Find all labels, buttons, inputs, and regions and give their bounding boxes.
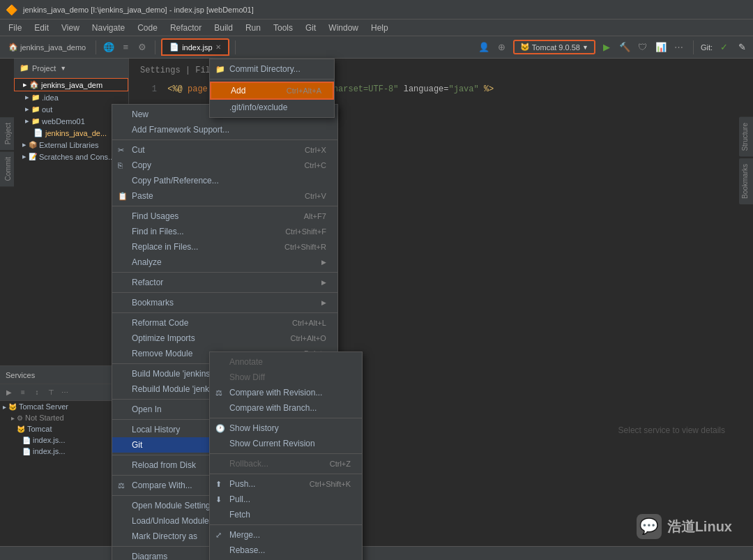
svc-play-btn[interactable]: ▶ bbox=[3, 386, 15, 399]
git-sub-show-diff: Show Diff bbox=[210, 370, 362, 385]
project-vtab[interactable]: Project bbox=[0, 117, 14, 150]
menu-tools[interactable]: Tools bbox=[268, 22, 298, 34]
svc-align-btn[interactable]: ≡ bbox=[17, 386, 29, 399]
build-icon[interactable]: 🔨 bbox=[618, 40, 632, 54]
menu-bar: File Edit View Navigate Code Refactor Bu… bbox=[0, 20, 753, 36]
run-button[interactable]: ▶ bbox=[600, 40, 614, 54]
pull-icon: ⬇ bbox=[215, 495, 222, 504]
ctx-analyze[interactable]: Analyze bbox=[112, 255, 337, 270]
menu-help[interactable]: Help bbox=[365, 22, 394, 34]
structure-vtab[interactable]: Structure bbox=[739, 117, 753, 157]
menu-git[interactable]: Git bbox=[300, 22, 321, 34]
ctx-sep-2 bbox=[112, 206, 337, 206]
menu-build[interactable]: Build bbox=[208, 22, 238, 34]
coverage-icon[interactable]: 🛡 bbox=[636, 40, 650, 54]
menu-file[interactable]: File bbox=[3, 22, 27, 34]
toolbar: 🏠 jenkins_java_demo 🌐 ≡ ⚙ 📄 index.jsp ✕ … bbox=[0, 36, 753, 59]
project-name-btn[interactable]: 🏠 jenkins_java_demo bbox=[4, 39, 90, 56]
tomcat-dropdown[interactable]: 🐱 Tomcat 9.0.58 ▼ bbox=[513, 40, 595, 54]
menu-edit[interactable]: Edit bbox=[29, 22, 54, 34]
toolbar-icon-3[interactable]: ⚙ bbox=[135, 40, 149, 54]
menu-code[interactable]: Code bbox=[132, 22, 163, 34]
tree-item-idea[interactable]: ▸ 📁 .idea bbox=[14, 91, 128, 103]
git-label: Git: bbox=[701, 43, 713, 52]
svc-index-1[interactable]: 📄 index.js... bbox=[0, 434, 114, 446]
git-sep-1 bbox=[210, 418, 362, 418]
git-sub-annotate: Annotate bbox=[210, 354, 362, 370]
git-sub-show-current[interactable]: Show Current Revision bbox=[210, 436, 362, 451]
sub-add-btn[interactable]: Add Ctrl+Alt+A bbox=[210, 82, 334, 100]
git-sub-push[interactable]: ⬆ Push... Ctrl+Shift+K bbox=[210, 476, 362, 492]
bookmarks-vtab[interactable]: Bookmarks bbox=[739, 158, 753, 204]
sub-commit-dir[interactable]: 📁 Commit Directory... bbox=[210, 61, 334, 77]
merge-icon: ⤢ bbox=[215, 531, 222, 540]
commit-vtab[interactable]: Commit bbox=[0, 151, 14, 186]
menu-navigate[interactable]: Navigate bbox=[86, 22, 130, 34]
svc-sort-btn[interactable]: ↕ bbox=[31, 386, 43, 399]
sub-git-exclude[interactable]: .git/info/exclude bbox=[210, 100, 334, 115]
git-sub-compare-revision[interactable]: ⚖ Compare with Revision... bbox=[210, 385, 362, 400]
menu-window[interactable]: Window bbox=[323, 22, 364, 34]
ctx-refactor[interactable]: Refactor bbox=[112, 275, 337, 290]
svc-more-btn[interactable]: ⋯ bbox=[59, 386, 71, 399]
menu-view[interactable]: View bbox=[56, 22, 85, 34]
cut-icon: ✂ bbox=[118, 146, 124, 155]
commit-dir-icon: 📁 bbox=[215, 65, 225, 74]
menu-run[interactable]: Run bbox=[240, 22, 266, 34]
header-right: 👤 ⊕ 🐱 Tomcat 9.0.58 ▼ ▶ 🔨 🛡 📊 ⋯ Git: ✓ ✎ bbox=[477, 40, 749, 54]
git-sub-merge[interactable]: ⤢ Merge... bbox=[210, 527, 362, 543]
git-sub-rebase[interactable]: Rebase... bbox=[210, 543, 362, 558]
git-sub-pull[interactable]: ⬇ Pull... bbox=[210, 492, 362, 507]
more-run-icon[interactable]: ⋯ bbox=[672, 40, 686, 54]
share-icon[interactable]: ⊕ bbox=[495, 40, 509, 54]
ctx-copy-path[interactable]: Copy Path/Reference... bbox=[112, 173, 337, 188]
main-layout: Project Commit 📁 Project ▼ ▸ 🏠 jenkins_j… bbox=[0, 59, 753, 519]
svc-not-started[interactable]: ▸ ⚙ Not Started bbox=[0, 412, 114, 423]
sub-add-sep bbox=[210, 79, 334, 80]
git-sep-4 bbox=[210, 524, 362, 525]
toolbar-separator-3 bbox=[235, 40, 236, 54]
svc-tomcat-item[interactable]: 🐱 Tomcat bbox=[0, 423, 114, 434]
watermark: 💬 浩道Linux bbox=[637, 514, 732, 539]
ctx-copy[interactable]: ⎘ Copy Ctrl+C bbox=[112, 158, 337, 173]
ctx-optimize[interactable]: Optimize Imports Ctrl+Alt+O bbox=[112, 331, 337, 346]
menu-refactor[interactable]: Refactor bbox=[165, 22, 207, 34]
compare-rev-icon: ⚖ bbox=[215, 388, 222, 398]
svc-index-2[interactable]: 📄 index.js... bbox=[0, 446, 114, 457]
profile-icon[interactable]: 📊 bbox=[654, 40, 668, 54]
tree-item-root[interactable]: ▸ 🏠 jenkins_java_dem bbox=[14, 78, 128, 91]
ctx-add-framework[interactable]: Add Framework Support... bbox=[112, 122, 337, 137]
git-sub-fetch[interactable]: Fetch bbox=[210, 507, 362, 522]
window-title: jenkins_java_demo [I:\jenkins_java_demo]… bbox=[23, 6, 254, 14]
svc-filter-btn[interactable]: ⊤ bbox=[45, 386, 57, 399]
ctx-bookmarks[interactable]: Bookmarks bbox=[112, 295, 337, 310]
compare-icon: ⚖ bbox=[118, 481, 125, 490]
svc-tomcat-server[interactable]: ▸ 🐱 Tomcat Server bbox=[0, 401, 114, 412]
git-sub-show-history[interactable]: 🕐 Show History bbox=[210, 421, 362, 436]
ctx-replace[interactable]: Replace in Files... Ctrl+Shift+R bbox=[112, 239, 337, 255]
toolbar-separator-1 bbox=[96, 40, 96, 54]
ctx-paste[interactable]: 📋 Paste Ctrl+V bbox=[112, 188, 337, 204]
toolbar-icon-2[interactable]: ≡ bbox=[119, 40, 132, 54]
sidebar-title: 📁 Project ▼ bbox=[14, 59, 128, 78]
paste-icon: 📋 bbox=[118, 192, 128, 201]
services-panel: Services ▶ ≡ ↕ ⊤ ⋯ ▸ 🐱 Tomcat Server ▸ ⚙… bbox=[0, 365, 115, 505]
ctx-reformat[interactable]: Reformat Code Ctrl+Alt+L bbox=[112, 315, 337, 331]
ctx-find-in-files[interactable]: Find in Files... Ctrl+Shift+F bbox=[112, 224, 337, 239]
ctx-cut[interactable]: ✂ Cut Ctrl+X bbox=[112, 142, 337, 158]
ctx-find-usages[interactable]: Find Usages Alt+F7 bbox=[112, 209, 337, 224]
copy-icon: ⎘ bbox=[118, 161, 123, 169]
wechat-icon: 💬 bbox=[637, 514, 662, 539]
git-sep-3 bbox=[210, 474, 362, 474]
git-pencil-icon[interactable]: ✎ bbox=[735, 40, 749, 54]
git-sep-2 bbox=[210, 453, 362, 454]
git-check-icon[interactable]: ✓ bbox=[717, 40, 731, 54]
ctx-sep-4 bbox=[112, 292, 337, 293]
push-icon: ⬆ bbox=[215, 480, 222, 489]
add-submenu: 📁 Commit Directory... Add Ctrl+Alt+A .gi… bbox=[209, 59, 335, 118]
toolbar-icon-1[interactable]: 🌐 bbox=[102, 40, 116, 54]
user-icon[interactable]: 👤 bbox=[477, 40, 491, 54]
tab-index-jsp[interactable]: 📄 index.jsp ✕ bbox=[161, 38, 229, 56]
git-sub-compare-branch[interactable]: Compare with Branch... bbox=[210, 400, 362, 416]
title-bar: 🔶 jenkins_java_demo [I:\jenkins_java_dem… bbox=[0, 0, 753, 20]
